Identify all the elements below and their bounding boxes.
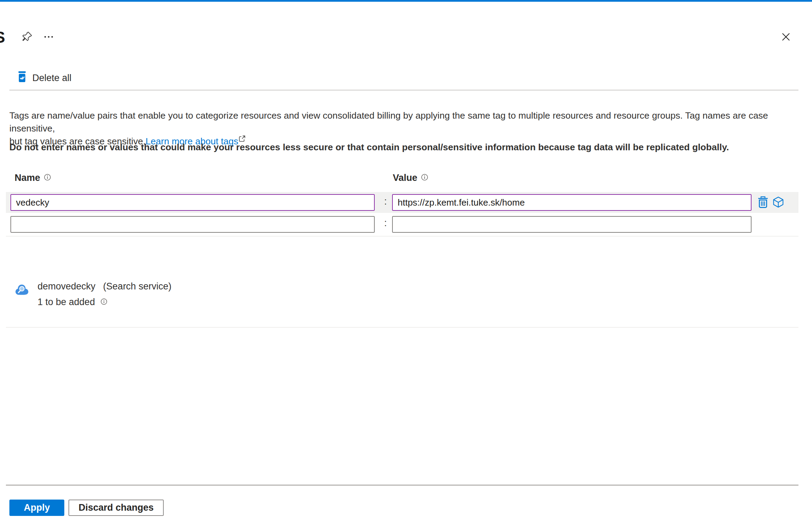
delete-all-label: Delete all xyxy=(32,73,72,83)
search-service-icon xyxy=(14,283,29,297)
resource-line: demovedecky (Search service) xyxy=(38,281,171,292)
cube-icon xyxy=(772,196,784,209)
pin-icon xyxy=(21,31,33,43)
apply-to-resource-button[interactable] xyxy=(771,195,785,210)
close-button[interactable] xyxy=(778,29,794,45)
apply-button[interactable]: Apply xyxy=(9,500,64,516)
value-column-header: Value xyxy=(393,173,428,183)
delete-all-button[interactable]: Delete all xyxy=(15,70,74,86)
resource-name: demovedecky xyxy=(38,281,96,292)
top-accent-bar xyxy=(0,0,812,2)
discard-changes-button[interactable]: Discard changes xyxy=(68,500,164,516)
delete-tag-row-button[interactable] xyxy=(756,195,770,210)
security-warning-text: Do not enter names or values that could … xyxy=(9,142,807,153)
tags-blade: S xyxy=(0,0,812,526)
description-line1: Tags are name/value pairs that enable yo… xyxy=(9,110,768,134)
delete-all-icon xyxy=(17,71,27,85)
footer-divider xyxy=(6,485,798,486)
ellipsis-icon xyxy=(43,34,54,40)
rows-divider xyxy=(6,236,798,237)
resource-divider xyxy=(6,327,798,328)
resource-type: (Search service) xyxy=(103,281,172,292)
tag-name-input-2[interactable] xyxy=(10,216,375,233)
pin-button[interactable] xyxy=(19,29,35,45)
info-icon[interactable] xyxy=(421,173,428,183)
tag-value-input-2[interactable] xyxy=(392,216,752,233)
name-header-label: Name xyxy=(15,173,40,183)
info-icon[interactable] xyxy=(100,297,107,308)
value-header-label: Value xyxy=(393,173,417,183)
tag-name-input-1[interactable] xyxy=(10,194,375,211)
resource-status: 1 to be added xyxy=(38,297,95,308)
trash-icon xyxy=(758,196,768,209)
tag-row-2: : xyxy=(6,214,798,234)
commandbar-divider xyxy=(9,90,798,90)
tag-row-1: : xyxy=(6,192,798,213)
name-column-header: Name xyxy=(15,173,51,183)
resource-status-line: 1 to be added xyxy=(38,297,107,308)
name-value-separator: : xyxy=(381,218,390,229)
close-icon xyxy=(780,31,791,43)
more-options-button[interactable] xyxy=(41,30,56,44)
info-icon[interactable] xyxy=(44,173,51,183)
tag-value-input-1[interactable] xyxy=(392,194,752,211)
name-value-separator: : xyxy=(381,196,390,207)
page-title-clipped: S xyxy=(0,28,5,47)
